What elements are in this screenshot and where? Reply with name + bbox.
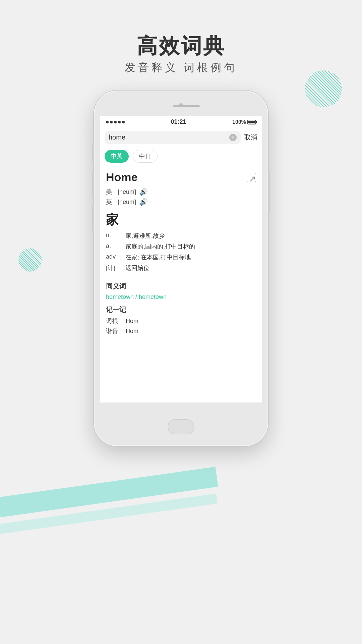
memory-root: 词根： Hom (106, 317, 256, 325)
signal-dot-5 (122, 121, 125, 123)
synonym-links[interactable]: hometown / hometown (106, 293, 256, 301)
pos-adv: adv. (106, 253, 119, 261)
phone-button-volume-down (92, 205, 94, 231)
root-label: 词根： (106, 318, 124, 324)
signal-dot-2 (110, 121, 113, 123)
signal-dot-3 (114, 121, 117, 123)
language-tabs: 中英 中日 (100, 147, 262, 166)
pron-label-us: 美 (106, 188, 114, 196)
pron-text-us: [heum] (118, 189, 136, 196)
phone-button-power (268, 171, 270, 211)
sound-value: Hom (126, 328, 138, 334)
sound-label: 谐音： (106, 328, 124, 334)
synonyms-title: 同义词 (106, 282, 256, 291)
pron-label-uk: 英 (106, 198, 114, 206)
battery-icon (247, 120, 256, 124)
signal-indicator (106, 121, 125, 123)
pronunciation-uk: 英 [heum] 🔊 (106, 198, 256, 206)
chinese-meaning-head: 家 (106, 211, 256, 228)
word-header: Home ↗ (106, 171, 256, 184)
phone-frame: 01:21 100% home ✕ 取消 中英 中日 Hom (94, 91, 268, 446)
definition-noun: n. 家,避难所,故乡 (106, 232, 256, 240)
definition-adv: adv. 在家; 在本国,打中目标地 (106, 253, 256, 261)
decorative-circle-left (18, 248, 42, 272)
dictionary-content: Home ↗ 美 [heum] 🔊 英 [heum] 🔊 家 n. 家,避难所,… (100, 166, 262, 342)
battery-percent: 100% (232, 119, 246, 125)
search-input-wrap[interactable]: home ✕ (105, 131, 241, 144)
def-text-adj: 家庭的,国内的,打中目标的 (125, 243, 256, 251)
pos-noun: n. (106, 232, 119, 240)
pos-comp: [计] (106, 264, 119, 272)
pronunciation-us: 美 [heum] 🔊 (106, 188, 256, 196)
share-icon[interactable]: ↗ (247, 173, 256, 182)
def-text-comp: 返回始位 (125, 264, 256, 272)
pos-adj: a. (106, 243, 119, 251)
status-time: 01:21 (171, 118, 186, 125)
root-value: Hom (126, 318, 138, 324)
sound-icon-uk[interactable]: 🔊 (139, 198, 148, 206)
phone-speaker (173, 105, 200, 107)
signal-dot-4 (118, 121, 121, 123)
phone-button-volume-up (92, 171, 94, 198)
page-subtitle: 发音释义 词根例句 (0, 60, 362, 75)
word-title: Home (106, 171, 137, 184)
sound-icon-us[interactable]: 🔊 (139, 188, 148, 196)
signal-dot-1 (106, 121, 109, 123)
page-title: 高效词典 (0, 32, 362, 60)
phone-button-mute (92, 144, 94, 163)
decorative-circle-top (305, 70, 342, 107)
status-battery: 100% (232, 119, 256, 125)
def-text-noun: 家,避难所,故乡 (125, 232, 256, 240)
phone-screen: 01:21 100% home ✕ 取消 中英 中日 Hom (100, 116, 262, 402)
tab-chinese-japanese[interactable]: 中日 (133, 150, 158, 163)
section-divider (106, 277, 256, 277)
memory-sound: 谐音： Hom (106, 327, 256, 335)
cancel-button[interactable]: 取消 (244, 133, 257, 142)
search-input[interactable]: home (109, 133, 227, 141)
pron-text-uk: [heum] (118, 199, 136, 206)
home-button[interactable] (168, 419, 194, 434)
memory-title: 记一记 (106, 305, 256, 314)
def-text-adv: 在家; 在本国,打中目标地 (125, 253, 256, 261)
tab-chinese-english[interactable]: 中英 (105, 150, 129, 163)
definition-adj: a. 家庭的,国内的,打中目标的 (106, 243, 256, 251)
search-clear-button[interactable]: ✕ (229, 134, 237, 141)
search-bar: home ✕ 取消 (100, 128, 262, 147)
battery-fill (248, 121, 255, 123)
status-bar: 01:21 100% (100, 116, 262, 128)
definition-comp: [计] 返回始位 (106, 264, 256, 272)
